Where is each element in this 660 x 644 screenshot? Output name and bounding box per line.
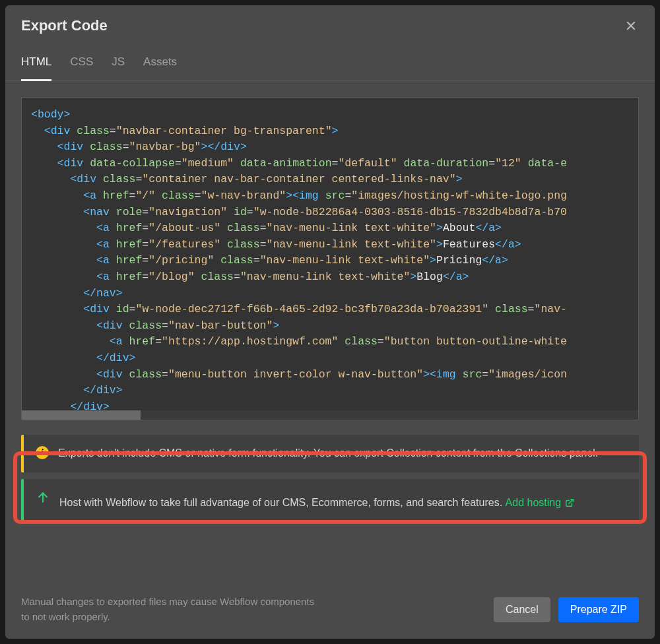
callouts: i Exports don't include CMS or native fo…	[5, 428, 655, 529]
callout-warning: i Exports don't include CMS or native fo…	[21, 435, 639, 472]
export-code-modal: Export Code HTML CSS JS Assets <body> <d…	[5, 5, 655, 639]
modal-footer: Manual changes to exported files may cau…	[5, 585, 655, 639]
tabs: HTML CSS JS Assets	[5, 46, 655, 81]
add-hosting-link[interactable]: Add hosting	[506, 495, 575, 511]
footer-buttons: Cancel Prepare ZIP	[494, 597, 639, 622]
code-preview[interactable]: <body> <div class="navbar-container bg-t…	[21, 97, 639, 420]
footer-note: Manual changes to exported files may cau…	[21, 595, 325, 624]
external-link-icon	[565, 498, 574, 507]
callout-info-text: Host with Webflow to take full advantage…	[59, 497, 502, 508]
callout-info: Host with Webflow to take full advantage…	[21, 479, 639, 522]
svg-line-3	[569, 499, 573, 503]
close-icon[interactable]	[623, 18, 639, 34]
code-content: <body> <div class="navbar-container bg-t…	[31, 107, 638, 415]
info-icon: i	[36, 446, 49, 459]
add-hosting-label: Add hosting	[506, 495, 562, 511]
modal-header: Export Code	[5, 5, 655, 46]
prepare-zip-button[interactable]: Prepare ZIP	[558, 597, 639, 622]
tab-css[interactable]: CSS	[70, 46, 93, 80]
cancel-button[interactable]: Cancel	[494, 597, 550, 622]
tab-js[interactable]: JS	[112, 46, 125, 80]
tab-assets[interactable]: Assets	[143, 46, 177, 80]
tab-html[interactable]: HTML	[21, 46, 51, 81]
callout-info-body: Host with Webflow to take full advantage…	[59, 490, 574, 511]
scrollbar-thumb[interactable]	[22, 410, 141, 420]
callout-warning-text: Exports don't include CMS or native form…	[58, 445, 598, 462]
modal-title: Export Code	[21, 17, 108, 34]
arrow-up-icon	[36, 490, 50, 505]
horizontal-scrollbar[interactable]	[22, 410, 638, 420]
